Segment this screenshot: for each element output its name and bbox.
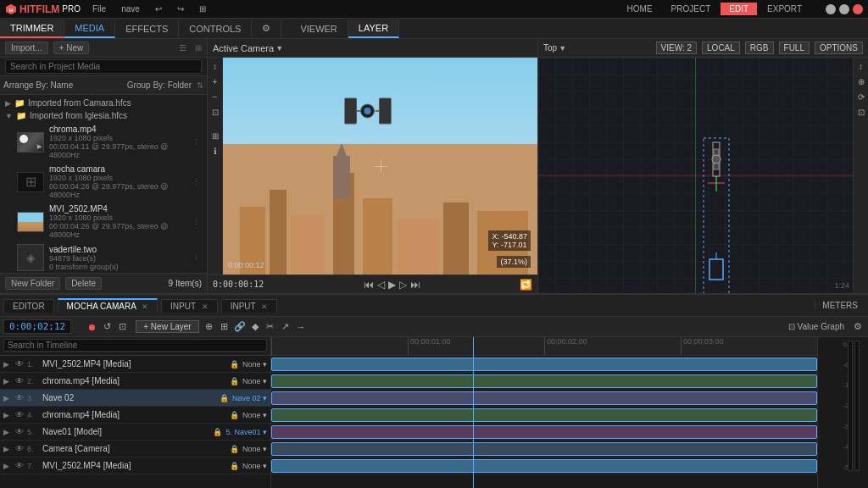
new-folder-button[interactable]: New Folder: [5, 277, 60, 290]
btn-play[interactable]: ▶: [388, 279, 396, 291]
tl-tab-input2-close[interactable]: ✕: [261, 302, 268, 311]
media-item-mvi[interactable]: MVI_2502.MP4 1920 x 1080 pixels 00:00:04…: [0, 202, 207, 241]
tl-tab-mocha-close[interactable]: ✕: [142, 302, 148, 311]
media-group-camara[interactable]: ▶ 📁 Imported from Camara.hfcs: [0, 97, 207, 109]
btn-next-frame[interactable]: ▷: [399, 279, 407, 291]
tool-zoom-in[interactable]: +: [209, 75, 222, 88]
mocha-options[interactable]: ⋮: [192, 178, 200, 186]
local-btn[interactable]: LOCAL: [702, 42, 740, 54]
track-7-lock[interactable]: 🔒: [230, 462, 239, 470]
new-layer-button[interactable]: + New Layer: [136, 320, 198, 333]
panel-tab-controls[interactable]: CONTROLS: [179, 20, 252, 37]
menu-grid[interactable]: ⊞: [196, 3, 209, 15]
3d-tool-frame[interactable]: ⊡: [854, 105, 868, 119]
menu-redo[interactable]: ↪: [174, 3, 187, 15]
media-item-chroma[interactable]: ▶ chroma.mp4 1920 x 1080 pixels 00:00:04…: [0, 122, 207, 162]
tl-btn-snap[interactable]: ⊡: [115, 320, 129, 334]
btn-prev-frame[interactable]: ◁: [377, 279, 385, 291]
clip-2[interactable]: [271, 374, 817, 388]
clip-6[interactable]: [271, 442, 817, 456]
track-3-composite[interactable]: Nave 02 ▾: [232, 394, 267, 402]
tl-btn-more[interactable]: →: [294, 320, 308, 334]
track-1-composite[interactable]: None ▾: [242, 360, 267, 369]
top-view-dropdown[interactable]: Top ▼: [543, 43, 566, 53]
track-4-expand[interactable]: ▶: [3, 411, 12, 419]
track-row-6[interactable]: ▶ 👁 6. Camera [Camera] 🔒 None ▾: [0, 441, 270, 458]
track-2-expand[interactable]: ▶: [3, 377, 12, 385]
track-2-composite[interactable]: None ▾: [242, 377, 267, 385]
panel-tab-settings[interactable]: ⚙: [252, 19, 281, 37]
value-graph-btn[interactable]: ⊡ Value Graph: [785, 322, 848, 331]
track-1-eye[interactable]: 👁: [15, 359, 24, 369]
track-2-eye[interactable]: 👁: [15, 376, 24, 385]
track-row-2[interactable]: ▶ 👁 2. chroma.mp4 [Media] 🔒 None ▾: [0, 373, 270, 390]
panel-tab-viewer[interactable]: VIEWER: [290, 20, 348, 37]
chroma-options[interactable]: ⋮: [192, 138, 200, 147]
3d-tool-orbit[interactable]: ⟳: [854, 90, 868, 103]
tl-btn-marker[interactable]: ◆: [248, 320, 262, 334]
track-4-lock[interactable]: 🔒: [230, 411, 239, 419]
tl-btn-add[interactable]: ⊕: [203, 320, 216, 334]
view2-btn[interactable]: VIEW: 2: [656, 42, 698, 54]
mvi-options[interactable]: ⋮: [192, 218, 200, 226]
media-view-toggle[interactable]: ☰: [179, 43, 186, 53]
menu-file[interactable]: File: [89, 3, 109, 15]
panel-tab-layer[interactable]: LAYER: [348, 19, 399, 38]
clip-4[interactable]: [271, 408, 817, 422]
track-7-composite[interactable]: None ▾: [242, 462, 267, 470]
window-minimize[interactable]: [826, 4, 836, 14]
panel-tab-media[interactable]: MEDIA: [64, 19, 115, 38]
btn-skip-end[interactable]: ⏭: [410, 279, 420, 291]
tl-tab-input1[interactable]: INPUT ✕: [161, 299, 218, 313]
new-button[interactable]: + New: [53, 42, 90, 54]
nav-tab-project[interactable]: PROJECT: [663, 3, 720, 15]
nav-tab-export[interactable]: EXPORT: [759, 3, 810, 15]
media-grid-toggle[interactable]: ⊞: [195, 43, 202, 53]
window-maximize[interactable]: [839, 4, 849, 14]
track-5-expand[interactable]: ▶: [3, 428, 12, 436]
tool-fit[interactable]: ⊡: [209, 105, 222, 119]
track-6-lock[interactable]: 🔒: [230, 445, 239, 453]
track-3-expand[interactable]: ▶: [3, 394, 12, 402]
track-5-composite[interactable]: 5. Nave01 ▾: [225, 428, 267, 436]
delete-button[interactable]: Delete: [65, 277, 102, 290]
clip-7[interactable]: [271, 459, 817, 473]
track-row-3[interactable]: ▶ 👁 3. Nave 02 🔒 Nave 02 ▾: [0, 390, 270, 407]
tool-zoom-out[interactable]: −: [209, 90, 222, 103]
import-button[interactable]: Import...: [5, 42, 48, 54]
tl-btn-settings[interactable]: ⚙: [851, 320, 865, 334]
rgb-btn[interactable]: RGB: [745, 42, 774, 54]
clip-1[interactable]: [271, 358, 817, 371]
track-4-composite[interactable]: None ▾: [242, 411, 267, 419]
media-item-vader1[interactable]: ◈ vadertile.two 94879 face(s) 0 transfor…: [0, 241, 207, 273]
track-2-lock[interactable]: 🔒: [230, 377, 239, 385]
playhead[interactable]: [473, 337, 474, 488]
tl-tab-mocha[interactable]: MOCHA CAMARA ✕: [58, 298, 158, 313]
nav-tab-home[interactable]: HOME: [619, 3, 661, 15]
window-close[interactable]: [853, 4, 863, 14]
clip-3[interactable]: [271, 391, 817, 405]
tl-tab-input2[interactable]: INPUT ✕: [221, 299, 278, 313]
track-7-expand[interactable]: ▶: [3, 462, 12, 470]
3d-tool-move[interactable]: ↕: [854, 59, 868, 73]
media-item-mocha[interactable]: ⊞ mocha camara 1920 x 1080 pixels 00:00:…: [0, 162, 207, 202]
tl-btn-group[interactable]: ⊞: [218, 320, 231, 334]
track-6-composite[interactable]: None ▾: [242, 445, 267, 453]
track-row-4[interactable]: ▶ 👁 4. chroma.mp4 [Media] 🔒 None ▾: [0, 407, 270, 424]
tl-btn-split[interactable]: ✂: [264, 320, 277, 334]
track-3-eye[interactable]: 👁: [15, 393, 24, 402]
tl-tab-editor[interactable]: EDITOR: [3, 299, 54, 313]
track-6-eye[interactable]: 👁: [15, 444, 24, 453]
tl-btn-loop[interactable]: ↺: [100, 320, 114, 334]
track-4-eye[interactable]: 👁: [15, 410, 24, 419]
timeline-search-input[interactable]: [3, 339, 267, 352]
tool-move[interactable]: ↕: [209, 59, 222, 73]
panel-tab-effects[interactable]: EFFECTS: [115, 20, 179, 37]
track-row-7[interactable]: ▶ 👁 7. MVI_2502.MP4 [Media] 🔒 None ▾: [0, 458, 270, 474]
btn-loop[interactable]: 🔁: [520, 279, 532, 291]
tl-tab-input1-close[interactable]: ✕: [202, 302, 209, 311]
tool-info[interactable]: ℹ: [209, 144, 222, 158]
nav-tab-edit[interactable]: EDIT: [721, 3, 757, 15]
tl-btn-arrow[interactable]: ↗: [279, 320, 292, 334]
panel-tab-trimmer[interactable]: TRIMMER: [0, 19, 64, 38]
